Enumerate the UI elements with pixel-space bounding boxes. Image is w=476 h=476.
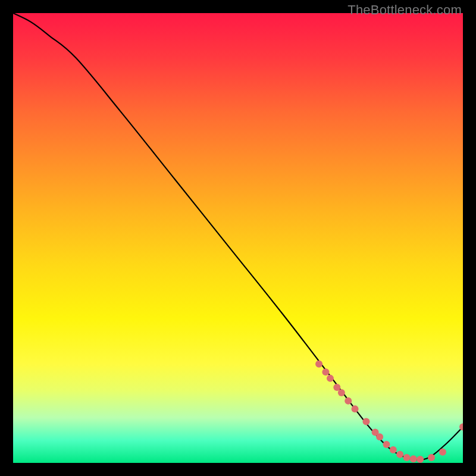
scatter-dot [439,449,446,456]
scatter-dot [338,389,345,396]
scatter-dot [416,456,424,463]
bottleneck-curve [13,13,463,460]
scatter-dot [403,454,411,461]
chart-container: TheBottleneck.com [0,0,476,476]
scatter-dot [410,455,417,462]
scatter-dot [390,446,397,453]
scatter-dot [383,441,390,448]
scatter-dot [376,433,383,440]
bottleneck-curve-path [13,13,463,460]
scatter-dot [396,451,403,458]
scatter-dot [345,397,352,405]
scatter-dot [315,361,322,368]
scatter-dot [322,368,329,375]
scatter-dot [362,418,369,425]
chart-svg [13,13,463,463]
scatter-dot [327,375,334,382]
scatter-dot [352,405,359,412]
scatter-dot [428,454,435,461]
